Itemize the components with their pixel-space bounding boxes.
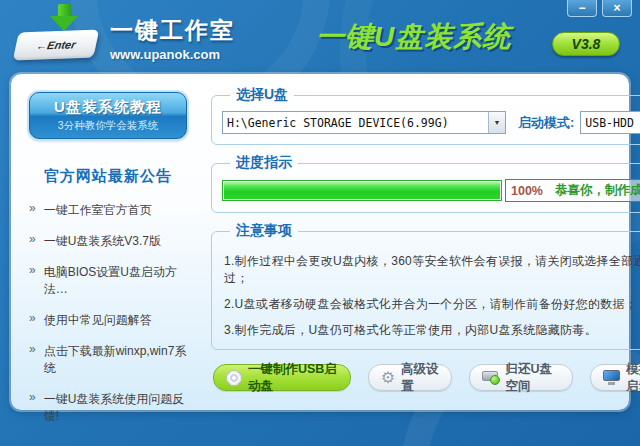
monitor-icon: [603, 370, 620, 385]
minimize-icon: −: [578, 1, 585, 15]
arrow-bullet-icon: »: [29, 202, 36, 215]
note-line: 3.制作完成后，U盘仍可格式化等正常使用，内部U盘系统隐藏防毒。: [224, 322, 640, 339]
tutorial-button-title: U盘装系统教程: [30, 98, 186, 117]
announcements-title: 官方网站最新公告: [29, 167, 187, 186]
simulate-boot-button[interactable]: 模拟启动: [590, 364, 640, 391]
sidebar-link-label: 使用中常见问题解答: [44, 312, 152, 329]
select-usb-fieldset: 选择U盘 H:\Generic STORAGE DEVICE(6.99G) ▼ …: [211, 86, 640, 145]
sidebar-link-label: 一键U盘装系统使用问题反馈!: [44, 391, 195, 425]
progress-bar: [222, 180, 502, 201]
sidebar-link-v37[interactable]: » 一键U盘装系统V3.7版: [29, 233, 195, 250]
note-line: 1.制作过程中会更改U盘内核，360等安全软件会有误报，请关闭或选择全部通过；: [224, 253, 640, 287]
gear-icon: ⚙: [381, 370, 395, 386]
minimize-button[interactable]: −: [567, 0, 597, 17]
tutorial-button[interactable]: U盘装系统教程 3分种教你学会装系统: [29, 92, 187, 139]
version-badge: V3.8: [552, 32, 620, 56]
enter-key-label: ←Enter: [35, 38, 77, 51]
tutorial-button-subtitle: 3分种教你学会装系统: [30, 119, 186, 133]
close-icon: ×: [613, 1, 620, 15]
restore-usb-space-button[interactable]: 归还U盘空间: [469, 364, 574, 391]
app-window: − × ←Enter 一键工作室 www.upanok.com 一键U盘装系统 …: [0, 0, 640, 446]
boot-mode-value: USB-HDD: [581, 116, 640, 130]
arrow-bullet-icon: »: [29, 233, 36, 246]
advanced-settings-label: 高级设置: [401, 361, 439, 395]
sidebar-link-download[interactable]: » 点击下载最新winxp,win7系统: [29, 343, 195, 377]
close-button[interactable]: ×: [602, 0, 632, 17]
arrow-bullet-icon: »: [29, 343, 36, 356]
boot-mode-label: 启动模式:: [518, 114, 574, 132]
announcement-links: » 一键工作室官方首页 » 一键U盘装系统V3.7版 » 电脑BIOS设置U盘启…: [29, 202, 195, 425]
boot-mode-select[interactable]: USB-HDD ▼: [580, 111, 640, 134]
app-title: 一键U盘装系统: [316, 18, 511, 56]
window-controls: − ×: [567, 0, 632, 17]
progress-fieldset: 进度指示 100% 恭喜你，制作成功!: [211, 154, 640, 213]
sidebar-link-label: 电脑BIOS设置U盘启动方法…: [44, 264, 195, 298]
brand-site-url: www.upanok.com: [110, 47, 235, 62]
select-usb-legend: 选择U盘: [230, 86, 294, 104]
usb-device-select[interactable]: H:\Generic STORAGE DEVICE(6.99G) ▼: [222, 111, 506, 134]
success-message: 恭喜你，制作成功!: [555, 182, 640, 199]
arrow-bullet-icon: »: [29, 264, 36, 277]
progress-percent: 100%: [511, 184, 543, 198]
result-message-box: 100% 恭喜你，制作成功!: [505, 179, 640, 202]
progress-fill: [224, 182, 500, 199]
chevron-down-icon: ▼: [494, 119, 501, 126]
usb-device-value: H:\Generic STORAGE DEVICE(6.99G): [223, 116, 488, 130]
sidebar-link-faq[interactable]: » 使用中常见问题解答: [29, 312, 195, 329]
notes-fieldset: 注意事项 1.制作过程中会更改U盘内核，360等安全软件会有误报，请关闭或选择全…: [211, 222, 640, 350]
simulate-boot-label: 模拟启动: [626, 361, 640, 395]
arrow-bullet-icon: »: [29, 391, 36, 404]
sidebar-link-homepage[interactable]: » 一键工作室官方首页: [29, 202, 195, 219]
app-logo: ←Enter 一键工作室 www.upanok.com: [16, 4, 235, 62]
sidebar-link-feedback[interactable]: » 一键U盘装系统使用问题反馈!: [29, 391, 195, 425]
note-line: 2.U盘或者移动硬盘会被格式化并合为一个分区，请制作前备份好您的数据；: [224, 296, 640, 313]
progress-legend: 进度指示: [230, 154, 298, 172]
notes-legend: 注意事项: [230, 222, 298, 240]
content-area: 选择U盘 H:\Generic STORAGE DEVICE(6.99G) ▼ …: [203, 74, 640, 410]
main-panel: U盘装系统教程 3分种教你学会装系统 官方网站最新公告 » 一键工作室官方首页 …: [11, 74, 629, 410]
action-buttons-row: 一键制作USB启动盘 ⚙ 高级设置 归还U盘空间: [211, 364, 640, 391]
brand-name: 一键工作室: [110, 15, 235, 46]
sidebar: U盘装系统教程 3分种教你学会装系统 官方网站最新公告 » 一键工作室官方首页 …: [11, 74, 203, 410]
enter-key-icon: ←Enter: [16, 4, 98, 62]
sidebar-link-label: 点击下载最新winxp,win7系统: [44, 343, 195, 377]
make-usb-boot-button[interactable]: 一键制作USB启动盘: [213, 364, 351, 391]
drive-globe-icon: [482, 370, 500, 385]
sidebar-link-label: 一键U盘装系统V3.7版: [44, 233, 161, 250]
restore-usb-space-label: 归还U盘空间: [506, 361, 561, 395]
cd-icon: [226, 370, 242, 386]
advanced-settings-button[interactable]: ⚙ 高级设置: [368, 364, 452, 391]
sidebar-link-label: 一键工作室官方首页: [44, 202, 152, 219]
sidebar-link-bios-setup[interactable]: » 电脑BIOS设置U盘启动方法…: [29, 264, 195, 298]
make-usb-boot-label: 一键制作USB启动盘: [248, 361, 338, 395]
arrow-bullet-icon: »: [29, 312, 36, 325]
